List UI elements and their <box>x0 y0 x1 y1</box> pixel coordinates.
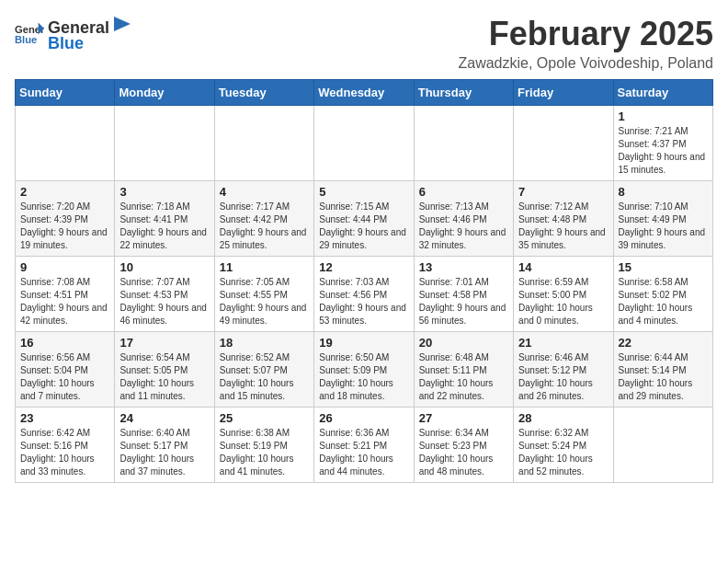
day-number: 15 <box>619 260 708 274</box>
day-number: 20 <box>419 336 508 350</box>
day-detail: Sunrise: 7:13 AM Sunset: 4:46 PM Dayligh… <box>419 201 508 252</box>
weekday-header-monday: Monday <box>115 80 214 106</box>
day-detail: Sunrise: 7:20 AM Sunset: 4:39 PM Dayligh… <box>20 201 109 252</box>
day-number: 14 <box>518 260 608 274</box>
calendar-cell: 20Sunrise: 6:48 AM Sunset: 5:11 PM Dayli… <box>414 332 513 408</box>
calendar-cell: 22Sunrise: 6:44 AM Sunset: 5:14 PM Dayli… <box>613 332 712 408</box>
day-number: 9 <box>20 260 109 274</box>
day-number: 22 <box>619 336 708 350</box>
day-number: 25 <box>220 411 309 425</box>
calendar-cell: 2Sunrise: 7:20 AM Sunset: 4:39 PM Daylig… <box>16 181 115 257</box>
calendar-cell: 6Sunrise: 7:13 AM Sunset: 4:46 PM Daylig… <box>414 181 513 257</box>
day-detail: Sunrise: 6:52 AM Sunset: 5:07 PM Dayligh… <box>220 351 309 403</box>
calendar-cell <box>115 106 214 181</box>
header-area: General Blue General Blue February 2025 … <box>15 15 713 72</box>
logo: General Blue General Blue <box>15 15 131 53</box>
title-area: February 2025 Zawadzkie, Opole Voivodesh… <box>458 15 713 72</box>
calendar-cell: 15Sunrise: 6:58 AM Sunset: 5:02 PM Dayli… <box>613 257 712 332</box>
calendar-cell <box>16 106 115 181</box>
day-number: 13 <box>419 260 508 274</box>
day-detail: Sunrise: 7:05 AM Sunset: 4:55 PM Dayligh… <box>220 276 309 327</box>
day-detail: Sunrise: 6:54 AM Sunset: 5:05 PM Dayligh… <box>119 351 209 403</box>
day-detail: Sunrise: 6:50 AM Sunset: 5:09 PM Dayligh… <box>319 351 408 403</box>
day-number: 16 <box>20 336 109 350</box>
location-title: Zawadzkie, Opole Voivodeship, Poland <box>458 55 713 72</box>
calendar-week-row: 23Sunrise: 6:42 AM Sunset: 5:16 PM Dayli… <box>16 408 713 483</box>
day-detail: Sunrise: 7:17 AM Sunset: 4:42 PM Dayligh… <box>220 201 309 252</box>
day-number: 11 <box>220 260 309 274</box>
month-title: February 2025 <box>458 15 713 53</box>
weekday-header-row: SundayMondayTuesdayWednesdayThursdayFrid… <box>16 80 713 106</box>
day-number: 18 <box>220 336 309 350</box>
calendar-cell: 26Sunrise: 6:36 AM Sunset: 5:21 PM Dayli… <box>314 408 414 483</box>
day-detail: Sunrise: 6:58 AM Sunset: 5:02 PM Dayligh… <box>619 276 708 327</box>
day-detail: Sunrise: 7:21 AM Sunset: 4:37 PM Dayligh… <box>619 125 708 177</box>
calendar-cell: 18Sunrise: 6:52 AM Sunset: 5:07 PM Dayli… <box>214 332 313 408</box>
day-number: 12 <box>319 260 408 274</box>
day-number: 28 <box>518 411 608 425</box>
day-detail: Sunrise: 6:36 AM Sunset: 5:21 PM Dayligh… <box>319 427 408 478</box>
day-number: 2 <box>20 185 109 199</box>
weekday-header-thursday: Thursday <box>414 80 513 106</box>
calendar-cell <box>314 106 414 181</box>
weekday-header-sunday: Sunday <box>16 80 115 106</box>
day-number: 1 <box>619 109 708 123</box>
day-detail: Sunrise: 6:42 AM Sunset: 5:16 PM Dayligh… <box>20 427 109 478</box>
weekday-header-friday: Friday <box>514 80 613 106</box>
calendar-cell: 8Sunrise: 7:10 AM Sunset: 4:49 PM Daylig… <box>613 181 712 257</box>
day-number: 5 <box>319 185 408 199</box>
day-detail: Sunrise: 6:40 AM Sunset: 5:17 PM Dayligh… <box>119 427 209 478</box>
calendar-cell: 16Sunrise: 6:56 AM Sunset: 5:04 PM Dayli… <box>16 332 115 408</box>
day-number: 4 <box>220 185 309 199</box>
calendar-cell: 9Sunrise: 7:08 AM Sunset: 4:51 PM Daylig… <box>16 257 115 332</box>
day-detail: Sunrise: 6:59 AM Sunset: 5:00 PM Dayligh… <box>518 276 608 327</box>
calendar-cell: 1Sunrise: 7:21 AM Sunset: 4:37 PM Daylig… <box>613 106 712 181</box>
calendar-week-row: 1Sunrise: 7:21 AM Sunset: 4:37 PM Daylig… <box>16 106 713 181</box>
day-number: 19 <box>319 336 408 350</box>
day-detail: Sunrise: 7:07 AM Sunset: 4:53 PM Dayligh… <box>119 276 209 327</box>
calendar-week-row: 9Sunrise: 7:08 AM Sunset: 4:51 PM Daylig… <box>16 257 713 332</box>
weekday-header-wednesday: Wednesday <box>314 80 414 106</box>
calendar-cell: 11Sunrise: 7:05 AM Sunset: 4:55 PM Dayli… <box>214 257 313 332</box>
day-number: 3 <box>119 185 209 199</box>
weekday-header-tuesday: Tuesday <box>214 80 313 106</box>
day-detail: Sunrise: 6:32 AM Sunset: 5:24 PM Dayligh… <box>518 427 608 478</box>
day-detail: Sunrise: 7:08 AM Sunset: 4:51 PM Dayligh… <box>20 276 109 327</box>
calendar-cell: 5Sunrise: 7:15 AM Sunset: 4:44 PM Daylig… <box>314 181 414 257</box>
calendar-cell: 3Sunrise: 7:18 AM Sunset: 4:41 PM Daylig… <box>115 181 214 257</box>
calendar-cell <box>414 106 513 181</box>
day-detail: Sunrise: 6:38 AM Sunset: 5:19 PM Dayligh… <box>220 427 309 478</box>
svg-text:Blue: Blue <box>15 34 37 45</box>
day-detail: Sunrise: 7:12 AM Sunset: 4:48 PM Dayligh… <box>518 201 608 252</box>
day-detail: Sunrise: 6:48 AM Sunset: 5:11 PM Dayligh… <box>419 351 508 403</box>
calendar-cell: 19Sunrise: 6:50 AM Sunset: 5:09 PM Dayli… <box>314 332 414 408</box>
calendar-cell: 17Sunrise: 6:54 AM Sunset: 5:05 PM Dayli… <box>115 332 214 408</box>
logo-arrow-icon <box>110 15 131 33</box>
day-detail: Sunrise: 6:46 AM Sunset: 5:12 PM Dayligh… <box>518 351 608 403</box>
day-detail: Sunrise: 7:03 AM Sunset: 4:56 PM Dayligh… <box>319 276 408 327</box>
calendar-week-row: 2Sunrise: 7:20 AM Sunset: 4:39 PM Daylig… <box>16 181 713 257</box>
day-number: 27 <box>419 411 508 425</box>
calendar-cell <box>514 106 613 181</box>
calendar-cell: 12Sunrise: 7:03 AM Sunset: 4:56 PM Dayli… <box>314 257 414 332</box>
day-detail: Sunrise: 7:10 AM Sunset: 4:49 PM Dayligh… <box>619 201 708 252</box>
calendar-cell: 10Sunrise: 7:07 AM Sunset: 4:53 PM Dayli… <box>115 257 214 332</box>
calendar-week-row: 16Sunrise: 6:56 AM Sunset: 5:04 PM Dayli… <box>16 332 713 408</box>
day-detail: Sunrise: 6:44 AM Sunset: 5:14 PM Dayligh… <box>619 351 708 403</box>
svg-marker-3 <box>114 17 131 31</box>
day-detail: Sunrise: 6:34 AM Sunset: 5:23 PM Dayligh… <box>419 427 508 478</box>
logo-icon: General Blue <box>15 21 44 47</box>
day-number: 10 <box>119 260 209 274</box>
day-number: 23 <box>20 411 109 425</box>
day-number: 26 <box>319 411 408 425</box>
day-detail: Sunrise: 7:15 AM Sunset: 4:44 PM Dayligh… <box>319 201 408 252</box>
day-number: 17 <box>119 336 209 350</box>
day-number: 24 <box>119 411 209 425</box>
calendar-cell: 28Sunrise: 6:32 AM Sunset: 5:24 PM Dayli… <box>514 408 613 483</box>
calendar-table: SundayMondayTuesdayWednesdayThursdayFrid… <box>15 79 713 483</box>
calendar-cell: 25Sunrise: 6:38 AM Sunset: 5:19 PM Dayli… <box>214 408 313 483</box>
calendar-cell: 21Sunrise: 6:46 AM Sunset: 5:12 PM Dayli… <box>514 332 613 408</box>
weekday-header-saturday: Saturday <box>613 80 712 106</box>
day-number: 6 <box>419 185 508 199</box>
day-detail: Sunrise: 6:56 AM Sunset: 5:04 PM Dayligh… <box>20 351 109 403</box>
